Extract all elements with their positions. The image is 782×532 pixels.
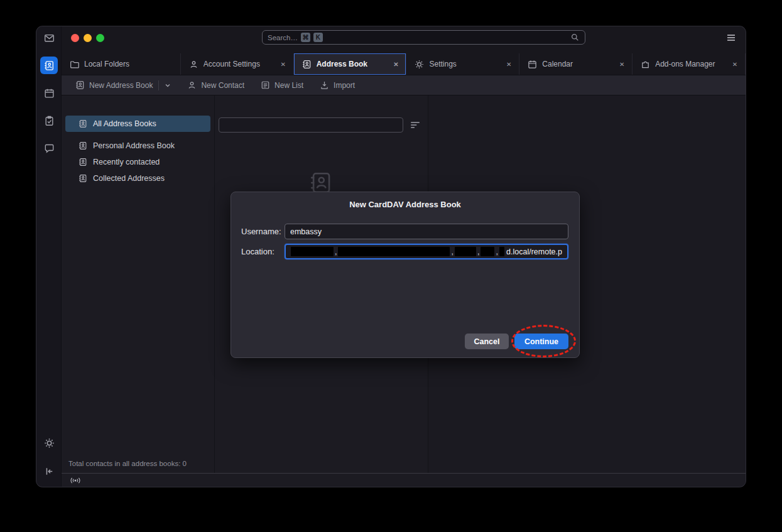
minimize-window-button[interactable] — [84, 34, 92, 42]
username-input[interactable] — [285, 224, 568, 239]
button-label: Import — [334, 81, 355, 90]
continue-button[interactable]: Continue — [514, 334, 568, 349]
address-book-icon — [79, 141, 87, 150]
tab-label: Calendar — [542, 60, 612, 68]
collapse-spaces-button[interactable] — [40, 462, 58, 480]
tab-close-button[interactable]: ✕ — [278, 59, 288, 69]
space-chat-button[interactable] — [40, 139, 58, 157]
address-book-icon — [75, 80, 85, 90]
address-book-icon — [79, 174, 87, 183]
calendar-icon — [44, 88, 55, 99]
folder-icon — [70, 60, 79, 69]
tab-label: Account Settings — [204, 60, 273, 68]
space-mail-button[interactable] — [40, 29, 58, 46]
close-window-button[interactable] — [71, 34, 79, 42]
new-carddav-dialog: New CardDAV Address Book Username: Locat… — [231, 192, 580, 358]
book-row-label: Collected Addresses — [93, 174, 165, 183]
redaction-separator: , — [477, 247, 479, 256]
tab-addons-manager[interactable]: Add-ons Manager ✕ — [633, 53, 746, 75]
redaction-separator: , — [496, 247, 497, 256]
tab-close-button[interactable]: ✕ — [730, 59, 740, 69]
redaction-separator: , — [451, 247, 453, 256]
button-label: New Contact — [201, 81, 244, 90]
space-calendar-button[interactable] — [40, 84, 58, 102]
redaction-bar — [455, 247, 476, 256]
location-visible-text: d.local/remote.p — [506, 247, 562, 256]
search-placeholder-text: Search… — [268, 34, 298, 41]
tab-close-button[interactable]: ✕ — [391, 59, 401, 69]
tab-settings[interactable]: Settings ✕ — [406, 53, 519, 75]
tab-address-book[interactable]: Address Book ✕ — [294, 53, 407, 75]
sort-lines-icon — [410, 119, 421, 131]
book-row-recently-contacted[interactable]: Recently contacted — [65, 154, 210, 170]
tasks-icon — [44, 116, 55, 126]
tab-label: Local Folders — [84, 60, 175, 68]
zoom-window-button[interactable] — [96, 34, 104, 42]
space-addressbook-button[interactable] — [40, 57, 58, 74]
broadcast-icon[interactable] — [69, 476, 82, 485]
window-controls — [71, 34, 104, 42]
location-row: Location: , , , , d.local/remote.p — [241, 244, 568, 259]
book-row-personal[interactable]: Personal Address Book — [65, 138, 210, 154]
contacts-search-input[interactable] — [219, 117, 403, 133]
address-book-icon — [44, 60, 55, 71]
chat-icon — [44, 143, 55, 154]
calendar-icon — [528, 60, 537, 69]
account-settings-icon — [189, 60, 198, 69]
chevron-down-icon[interactable] — [165, 82, 171, 89]
status-bar — [62, 473, 746, 487]
spaces-toolbar — [36, 26, 62, 487]
book-row-all-address-books[interactable]: All Address Books — [65, 116, 210, 132]
cmd-keycap: ⌘ — [301, 33, 310, 42]
gear-icon — [44, 438, 55, 448]
location-input[interactable]: , , , , d.local/remote.p — [285, 244, 568, 259]
address-book-toolbar: New Address Book New Contact New List Im… — [62, 75, 746, 95]
k-keycap: K — [313, 33, 323, 42]
hamburger-menu-icon — [725, 33, 737, 43]
titlebar: Search… ⌘ K — [62, 26, 746, 49]
button-label: New List — [274, 81, 303, 90]
username-row: Username: — [241, 224, 568, 239]
cancel-button[interactable]: Cancel — [465, 334, 509, 349]
username-label: Username: — [241, 227, 285, 236]
tab-label: Address Book — [317, 60, 386, 68]
space-tasks-button[interactable] — [40, 112, 58, 129]
location-label: Location: — [241, 247, 285, 256]
collapse-sidebar-icon — [44, 466, 55, 477]
spaces-settings-button[interactable] — [40, 434, 58, 452]
display-options-button[interactable] — [410, 119, 421, 131]
split-divider — [158, 80, 159, 90]
tab-label: Add-ons Manager — [655, 60, 725, 68]
app-menu-button[interactable] — [725, 33, 737, 43]
tab-account-settings[interactable]: Account Settings ✕ — [181, 53, 294, 75]
new-address-book-button[interactable]: New Address Book — [70, 78, 176, 93]
new-contact-button[interactable]: New Contact — [182, 78, 249, 93]
redaction-bar — [481, 247, 494, 256]
dialog-title: New CardDAV Address Book — [231, 200, 579, 209]
global-search-bar[interactable]: Search… ⌘ K — [262, 30, 585, 45]
mail-icon — [44, 33, 55, 43]
tab-close-button[interactable]: ✕ — [617, 59, 627, 69]
import-button[interactable]: Import — [315, 78, 360, 93]
tab-local-folders[interactable]: Local Folders — [62, 53, 181, 75]
dialog-buttons: Cancel Continue — [465, 334, 568, 349]
book-row-label: Recently contacted — [93, 158, 160, 166]
book-row-collected-addresses[interactable]: Collected Addresses — [65, 170, 210, 187]
address-book-icon — [79, 119, 87, 128]
tab-bar: Local Folders Account Settings ✕ Address… — [62, 49, 746, 75]
address-book-icon — [79, 158, 87, 166]
app-window: Search… ⌘ K Local Folders Account Settin… — [36, 26, 746, 487]
addons-icon — [641, 60, 650, 69]
book-row-label: All Address Books — [93, 119, 156, 128]
tab-label: Settings — [429, 60, 499, 68]
redaction-bar — [291, 247, 334, 256]
tab-calendar[interactable]: Calendar ✕ — [519, 53, 633, 75]
book-row-label: Personal Address Book — [93, 141, 175, 150]
redaction-separator: , — [335, 247, 337, 256]
address-books-pane: All Address Books Personal Address Book … — [62, 95, 215, 473]
contact-icon — [187, 80, 197, 90]
tab-close-button[interactable]: ✕ — [504, 59, 514, 69]
import-icon — [320, 80, 329, 90]
new-list-button[interactable]: New List — [256, 78, 308, 93]
search-icon — [570, 33, 580, 42]
